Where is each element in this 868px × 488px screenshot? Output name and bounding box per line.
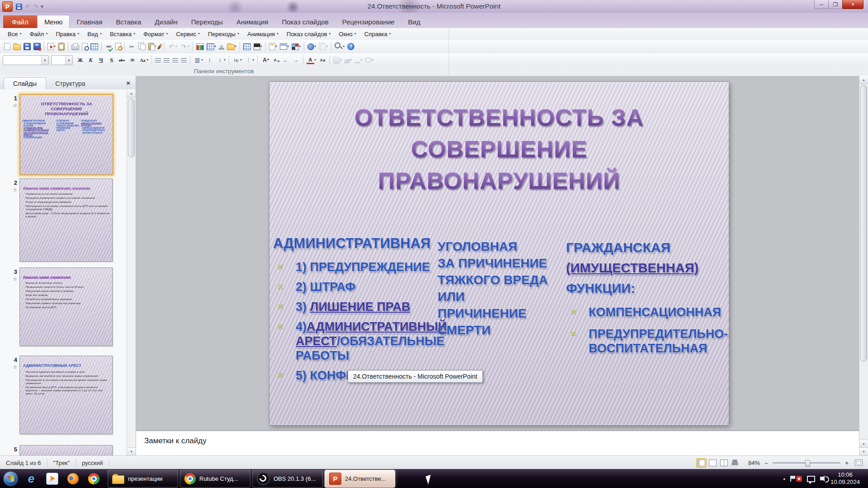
numbered-list-button[interactable]: №▾ <box>231 56 243 65</box>
underline-button[interactable]: Ч <box>96 56 106 65</box>
menu-slideshow[interactable]: Показ слайдов▾ <box>283 31 335 38</box>
font-color-button[interactable]: А▾ <box>305 56 317 65</box>
shapes-button[interactable]: ▾ <box>306 42 317 51</box>
slideshow-button[interactable] <box>730 458 740 468</box>
status-theme-name[interactable]: "Трек" <box>47 459 76 467</box>
menu-insert[interactable]: Вставка▾ <box>106 31 139 38</box>
notes-pane[interactable]: Заметки к слайду <box>136 430 859 456</box>
zoom-button[interactable]: ▾ <box>333 42 346 52</box>
insert-table-button[interactable] <box>89 42 99 51</box>
bold-button[interactable]: Ж <box>75 56 85 65</box>
text-direction-button[interactable]: ↕ <box>204 56 215 65</box>
start-button[interactable] <box>0 469 21 488</box>
slide-thumbnail-1[interactable]: ОТВЕТСТВЕННОСТЬ ЗАСОВЕРШЕНИЕПРАВОНАРУШЕН… <box>19 94 113 175</box>
copy-button[interactable] <box>137 42 147 51</box>
font-size-combo[interactable]: ▾ <box>51 55 73 65</box>
scroll-up-icon[interactable]: ▴ <box>127 89 136 98</box>
undo-button[interactable]: ↶▾ <box>166 42 179 52</box>
menu-window[interactable]: Окно▾ <box>335 31 360 38</box>
menu-animation[interactable]: Анимация▾ <box>243 31 283 38</box>
customize-quick-access-icon[interactable]: ▾ <box>41 3 44 10</box>
maximize-button[interactable]: ❒ <box>828 0 843 9</box>
justify-button[interactable] <box>179 56 188 64</box>
ribbon-tab-animations[interactable]: Анимация <box>230 15 275 28</box>
ribbon-tab-insert[interactable]: Вставка <box>109 15 148 28</box>
paste-special-button[interactable] <box>57 42 66 52</box>
borders-button[interactable] <box>242 42 252 51</box>
print-button[interactable] <box>70 42 80 51</box>
increase-font-button[interactable]: А <box>259 56 270 65</box>
zoom-slider[interactable] <box>773 462 840 464</box>
minimize-button[interactable]: – <box>814 0 829 9</box>
new-document-button[interactable] <box>3 42 12 51</box>
close-panel-icon[interactable]: × <box>126 79 130 87</box>
paste-button[interactable]: ▾ <box>147 42 157 51</box>
change-case-button[interactable]: Аа▾ <box>137 56 150 65</box>
font-name-combo[interactable]: ▾ <box>3 55 49 65</box>
tab-slides[interactable]: Слайды <box>4 77 46 89</box>
increase-indent-button[interactable]: → <box>291 56 301 65</box>
duplicate-slide-button[interactable]: ▾ <box>317 42 329 51</box>
open-recent-button[interactable]: ▾ <box>226 42 238 51</box>
slide-design-button[interactable]: ▾ <box>290 42 302 51</box>
powerpoint-window-button[interactable]: P24.Ответстве... <box>325 470 395 488</box>
slide-thumbnail-3[interactable]: Лишение права управления:Выезд на встреч… <box>19 267 113 346</box>
scrollbar-thumb[interactable] <box>860 85 867 361</box>
format-painter-button[interactable] <box>157 42 162 51</box>
status-slide-indicator[interactable]: Слайд 1 из 6 <box>0 459 47 467</box>
action-center-icon[interactable] <box>790 476 791 482</box>
save-button[interactable] <box>22 42 32 51</box>
print-preview-button[interactable] <box>80 42 89 51</box>
zoom-in-icon[interactable]: + <box>844 460 850 466</box>
internet-explorer-button[interactable]: e <box>23 470 39 487</box>
cut-button[interactable]: ✂ <box>127 42 137 52</box>
next-slide-icon[interactable]: ▾ <box>859 447 868 455</box>
shape-outline-button[interactable]: ▾ <box>353 56 363 64</box>
menu-tools[interactable]: Сервис▾ <box>172 31 204 38</box>
fit-to-window-icon[interactable] <box>855 460 863 466</box>
scroll-down-icon[interactable]: ▾ <box>127 447 136 455</box>
zoom-out-icon[interactable]: – <box>763 460 769 466</box>
tab-outline[interactable]: Структура <box>46 78 94 89</box>
obs-tray-icon[interactable] <box>796 476 802 482</box>
menu-transitions[interactable]: Переходы▾ <box>204 31 243 38</box>
ribbon-tab-slideshow[interactable]: Показ слайдов <box>275 15 335 28</box>
open-button[interactable] <box>12 42 22 51</box>
decrease-font-button[interactable]: А <box>270 56 280 65</box>
text-shadow-button[interactable]: S <box>106 56 117 65</box>
menu-view[interactable]: Вид▾ <box>83 31 106 38</box>
media-player-button[interactable] <box>44 470 60 487</box>
ribbon-tab-design[interactable]: Дизайн <box>148 15 184 28</box>
ribbon-tab-file[interactable]: Файл <box>3 15 37 28</box>
redo-button[interactable]: ↷▾ <box>179 42 191 52</box>
character-style-button[interactable]: Аа <box>317 56 328 65</box>
columns-button[interactable]: ▥▾ <box>192 56 204 65</box>
vertical-scrollbar[interactable]: ▴ ▴ ▾ <box>859 76 868 455</box>
save-as-button[interactable] <box>32 42 42 51</box>
chrome-button[interactable] <box>85 470 102 487</box>
quick-redo-icon[interactable]: ↷ <box>33 3 38 10</box>
align-left-button[interactable] <box>154 56 162 64</box>
status-language[interactable]: русский <box>76 459 109 467</box>
slide-layout-button[interactable]: ▾ <box>278 42 290 51</box>
character-spacing-button[interactable]: AV <box>127 56 137 65</box>
panel-scrollbar-thumb[interactable] <box>128 99 135 157</box>
menu-all[interactable]: Все▾ <box>4 31 25 38</box>
shading-button[interactable]: ▾ <box>252 42 264 51</box>
ribbon-tab-view[interactable]: Вид <box>401 15 427 28</box>
obs-window-button[interactable]: OBS 20.1.3 (6... <box>252 470 323 488</box>
new-slide-button[interactable]: ▾ <box>268 42 278 51</box>
reading-view-button[interactable] <box>719 458 729 468</box>
strikethrough-button[interactable]: abc <box>117 56 127 65</box>
align-center-button[interactable] <box>162 56 171 64</box>
scroll-up-icon[interactable]: ▴ <box>859 76 868 84</box>
slide-sorter-button[interactable] <box>708 458 718 468</box>
menu-edit[interactable]: Правка▾ <box>52 31 83 38</box>
powerpoint-logo-icon[interactable]: P <box>2 1 13 12</box>
firefox-button[interactable] <box>65 470 81 487</box>
ribbon-tab-home[interactable]: Главная <box>70 15 109 28</box>
stamp-button[interactable] <box>217 42 226 51</box>
decrease-indent-button[interactable]: ← <box>280 56 291 65</box>
help-button[interactable]: ? <box>346 42 356 51</box>
ribbon-tab-menu[interactable]: Меню <box>37 15 70 28</box>
